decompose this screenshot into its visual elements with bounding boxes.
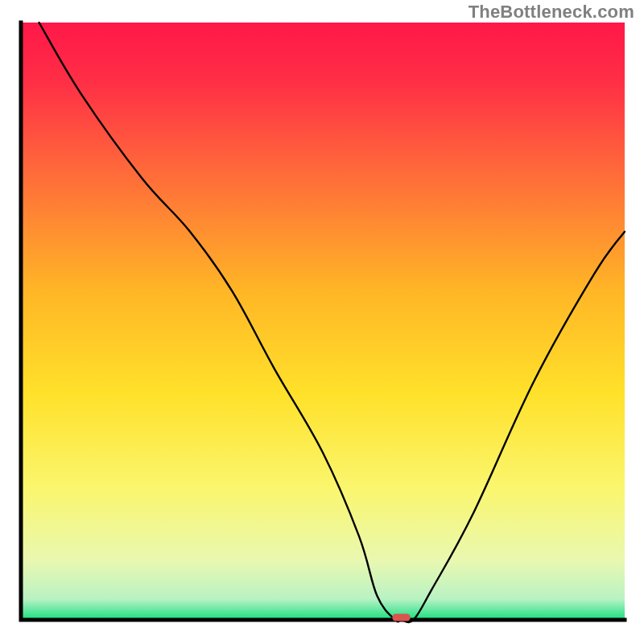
bottleneck-chart [0, 0, 644, 644]
optimal-marker [392, 614, 411, 621]
gradient-background [21, 23, 625, 620]
watermark-text: TheBottleneck.com [469, 2, 634, 23]
chart-stage: TheBottleneck.com [0, 0, 644, 644]
